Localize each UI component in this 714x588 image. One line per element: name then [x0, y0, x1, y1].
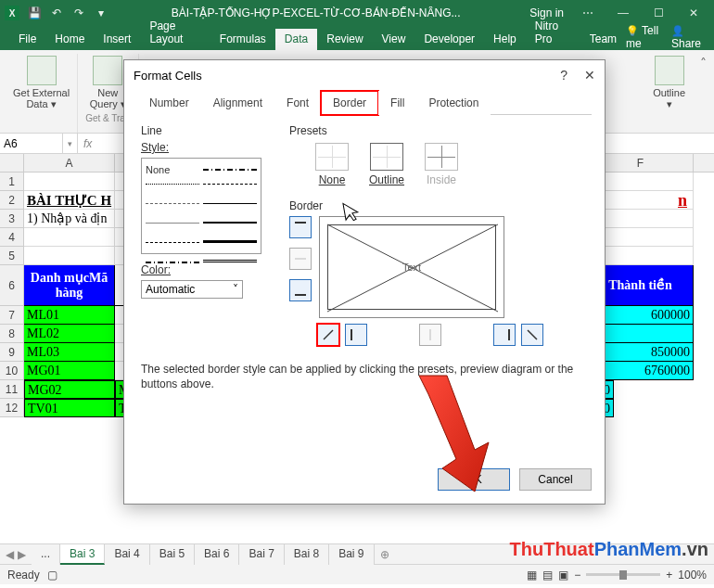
sheet-tab-more[interactable]: ...	[32, 544, 60, 565]
row-header[interactable]: 8	[0, 325, 24, 343]
cell[interactable]: BÀI THỰC H	[24, 191, 115, 210]
dtab-number[interactable]: Number	[137, 91, 201, 115]
row-header[interactable]: 4	[0, 228, 24, 247]
dialog-help-icon[interactable]: ?	[560, 68, 567, 83]
minimize-button[interactable]: —	[606, 0, 640, 26]
tab-formulas[interactable]: Formulas	[210, 29, 275, 50]
dtab-border[interactable]: Border	[321, 91, 378, 115]
ok-button[interactable]: OK	[438, 468, 510, 491]
tell-me-search[interactable]: Tell me	[626, 24, 668, 50]
border-right-button[interactable]	[493, 324, 516, 346]
tab-data[interactable]: Data	[275, 29, 317, 50]
line-style-thick[interactable]	[203, 240, 257, 249]
tab-view[interactable]: View	[373, 29, 415, 50]
view-page-layout-icon[interactable]: ▤	[542, 569, 553, 582]
sheet-tab-bai8[interactable]: Bai 8	[285, 544, 329, 565]
border-vertical-inside-button[interactable]	[419, 324, 441, 346]
close-button[interactable]: ✕	[677, 0, 710, 26]
fx-icon[interactable]: fx	[78, 134, 97, 153]
undo-icon[interactable]: ↶	[48, 5, 65, 21]
row-header[interactable]: 6	[0, 265, 24, 306]
border-diagonal-up-button[interactable]	[317, 324, 339, 346]
line-style-list[interactable]: None	[141, 158, 261, 254]
border-horizontal-inside-button[interactable]	[289, 248, 312, 270]
tab-team[interactable]: Team	[580, 29, 626, 50]
border-left-button[interactable]	[345, 324, 367, 346]
tab-file[interactable]: File	[9, 29, 45, 50]
line-style-double[interactable]	[203, 260, 257, 269]
tab-review[interactable]: Review	[317, 29, 372, 50]
ribbon-collapse-icon[interactable]: ˄	[693, 54, 714, 133]
line-style-none[interactable]: None	[146, 164, 199, 173]
cell[interactable]: TV01	[24, 399, 115, 417]
line-style-dashed-thin[interactable]	[146, 203, 199, 212]
row-header[interactable]: 10	[0, 362, 24, 380]
select-all-corner[interactable]	[0, 154, 24, 172]
ribbon-group-outline[interactable]: Outline ▾	[645, 54, 693, 133]
redo-icon[interactable]: ↷	[70, 5, 87, 21]
dtab-protection[interactable]: Protection	[416, 91, 491, 115]
share-button[interactable]: Share	[671, 24, 708, 50]
tab-page-layout[interactable]: Page Layout	[140, 16, 210, 50]
ribbon-group-get-external[interactable]: Get External Data ▾	[6, 54, 78, 133]
sheet-tab-bai3[interactable]: Bai 3	[60, 544, 105, 565]
row-header[interactable]: 12	[0, 399, 24, 417]
name-box[interactable]: A6	[0, 134, 63, 153]
line-style-dashdot2[interactable]	[146, 262, 199, 263]
view-page-break-icon[interactable]: ▣	[558, 569, 568, 582]
color-dropdown[interactable]: Automatic ˅	[141, 280, 243, 299]
border-bottom-button[interactable]	[289, 279, 312, 301]
sheet-nav-prev-icon[interactable]: ◀	[6, 548, 14, 561]
sheet-tab-bai6[interactable]: Bai 6	[195, 544, 239, 565]
sheet-nav-next-icon[interactable]: ▶	[18, 548, 26, 561]
add-sheet-icon[interactable]: ⊕	[375, 548, 395, 561]
cell[interactable]: 1) Nhập và địn	[24, 210, 115, 228]
row-header[interactable]: 3	[0, 210, 24, 228]
save-icon[interactable]: 💾	[26, 5, 43, 21]
zoom-in-icon[interactable]: +	[666, 569, 672, 582]
row-header[interactable]: 2	[0, 191, 24, 210]
cell[interactable]: ML03	[24, 343, 115, 362]
ribbon-options-icon[interactable]: ⋯	[571, 0, 605, 26]
zoom-out-icon[interactable]: −	[574, 569, 580, 582]
line-style-hair[interactable]	[146, 223, 199, 232]
row-header[interactable]: 1	[0, 173, 24, 191]
cell[interactable]: MG02	[24, 380, 115, 399]
line-style-dashdot[interactable]	[203, 169, 257, 171]
sheet-tab-bai9[interactable]: Bai 9	[329, 544, 374, 565]
sheet-tab-bai5[interactable]: Bai 5	[150, 544, 195, 565]
border-top-button[interactable]	[289, 216, 312, 238]
tab-home[interactable]: Home	[45, 29, 94, 50]
dialog-close-icon[interactable]: ✕	[584, 68, 595, 83]
preset-none[interactable]: None	[315, 143, 349, 186]
maximize-button[interactable]: ☐	[642, 0, 675, 26]
cell[interactable]: MG01	[24, 362, 115, 380]
tab-developer[interactable]: Developer	[414, 29, 484, 50]
line-style-medium[interactable]	[203, 222, 257, 231]
cell[interactable]: ML02	[24, 325, 115, 343]
row-header[interactable]: 7	[0, 306, 24, 325]
qat-dropdown-icon[interactable]: ▾	[93, 5, 109, 21]
cancel-button[interactable]: Cancel	[519, 468, 592, 491]
line-style-dotted[interactable]	[146, 184, 199, 193]
name-box-dropdown-icon[interactable]: ▾	[63, 134, 78, 153]
sheet-tab-bai4[interactable]: Bai 4	[105, 544, 149, 565]
tab-help[interactable]: Help	[484, 29, 526, 50]
zoom-level[interactable]: 100%	[678, 569, 707, 582]
macro-record-icon[interactable]: ▢	[47, 569, 57, 582]
sheet-nav[interactable]: ◀▶	[0, 548, 32, 561]
col-header-a[interactable]: A	[24, 154, 115, 172]
border-diagonal-down-button[interactable]	[521, 324, 543, 346]
dtab-fill[interactable]: Fill	[378, 91, 416, 115]
line-style-dashed-med[interactable]	[203, 184, 257, 193]
view-normal-icon[interactable]: ▦	[527, 569, 537, 582]
dialog-titlebar[interactable]: Format Cells ? ✕	[124, 60, 605, 90]
sheet-tab-bai7[interactable]: Bai 7	[239, 544, 284, 565]
border-preview[interactable]: Text	[319, 216, 504, 318]
line-style-dashed[interactable]	[146, 242, 199, 251]
cell[interactable]: ML01	[24, 306, 115, 325]
dtab-font[interactable]: Font	[274, 91, 321, 115]
line-style-solid[interactable]	[203, 203, 257, 212]
row-header[interactable]: 11	[0, 380, 24, 399]
preset-outline[interactable]: Outline	[369, 143, 404, 186]
